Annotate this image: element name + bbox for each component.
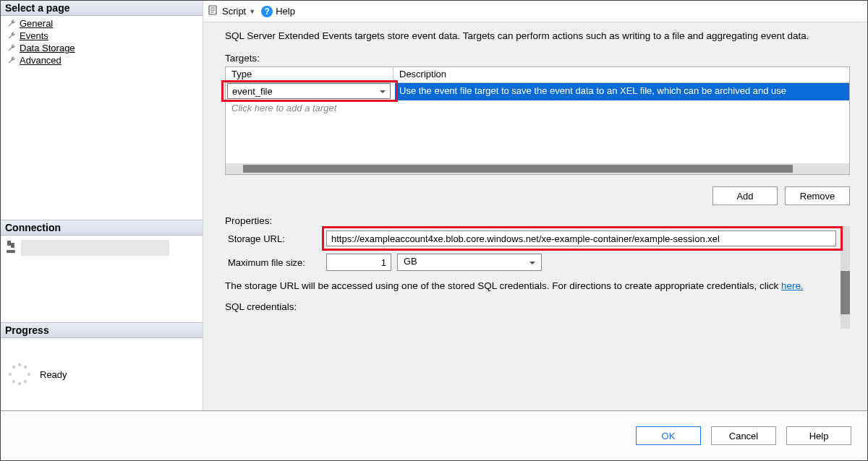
page-nav: General Events Data Storage Advanced <box>1 16 203 220</box>
storage-info-text: The storage URL will be accessed using o… <box>225 280 836 293</box>
connection-body <box>1 236 203 322</box>
remove-button[interactable]: Remove <box>785 186 850 205</box>
content-area: Script ▼ ? Help SQL Server Extended Even… <box>203 1 867 410</box>
progress-status: Ready <box>40 369 67 380</box>
add-target-hint[interactable]: Click here to add a target <box>226 100 849 116</box>
svg-rect-0 <box>7 241 11 246</box>
target-desc-cell: Use the event file target to save the ev… <box>395 83 849 100</box>
scrollbar-thumb[interactable] <box>243 165 793 173</box>
credentials-help-link[interactable]: here. <box>781 280 804 291</box>
target-type-value: event_file <box>232 86 273 97</box>
target-row[interactable]: event_file Use the event file target to … <box>226 83 849 100</box>
chevron-down-icon: ▼ <box>249 8 255 15</box>
help-label: Help <box>276 6 295 17</box>
cancel-button[interactable]: Cancel <box>711 426 776 445</box>
unit-value: GB <box>404 256 417 267</box>
target-type-cell[interactable]: event_file <box>226 83 395 100</box>
max-file-size-label: Maximum file size: <box>225 257 326 268</box>
wrench-icon <box>7 31 17 41</box>
nav-item-general[interactable]: General <box>4 17 200 30</box>
toolbar: Script ▼ ? Help <box>203 1 867 22</box>
targets-label: Targets: <box>225 53 850 64</box>
nav-item-events[interactable]: Events <box>4 30 200 42</box>
grid-horizontal-scrollbar[interactable] <box>226 163 849 174</box>
target-type-select[interactable]: event_file <box>227 83 391 99</box>
nav-label: Data Storage <box>20 43 75 53</box>
page-description: SQL Server Extended Events targets store… <box>225 30 850 43</box>
help-button[interactable]: ? Help <box>261 6 295 17</box>
svg-point-6 <box>24 380 27 383</box>
nav-item-advanced[interactable]: Advanced <box>4 54 200 66</box>
help-icon: ? <box>261 6 273 17</box>
svg-point-7 <box>18 382 21 385</box>
server-icon <box>5 240 17 254</box>
wrench-icon <box>7 43 17 53</box>
grid-header: Type Description <box>226 67 849 83</box>
script-icon <box>208 4 219 18</box>
scrollbar-thumb[interactable] <box>841 271 850 314</box>
progress-header: Progress <box>1 322 203 338</box>
svg-point-3 <box>18 363 21 366</box>
script-label: Script <box>222 6 246 17</box>
svg-point-9 <box>9 373 12 376</box>
max-file-size-unit-select[interactable]: GB <box>397 254 542 271</box>
dialog-footer: OK Cancel Help <box>1 411 867 460</box>
connection-value <box>21 240 169 256</box>
wrench-icon <box>7 56 17 66</box>
svg-point-5 <box>27 373 30 376</box>
properties-label: Properties: <box>225 215 850 226</box>
sql-credentials-label: SQL credentials: <box>225 301 836 312</box>
svg-point-10 <box>12 366 15 369</box>
sidebar: Select a page General Events Data Storag… <box>1 1 203 410</box>
add-button[interactable]: Add <box>712 186 778 205</box>
nav-label: Advanced <box>20 55 61 66</box>
spinner-icon <box>8 363 31 386</box>
wrench-icon <box>7 19 17 29</box>
nav-label: General <box>20 18 53 29</box>
storage-url-input[interactable] <box>326 231 836 246</box>
col-header-type[interactable]: Type <box>226 67 393 82</box>
svg-rect-2 <box>7 250 15 253</box>
connection-header: Connection <box>1 220 203 236</box>
help-button[interactable]: Help <box>786 426 851 445</box>
targets-grid: Type Description event_file Use the even… <box>225 66 850 175</box>
svg-point-4 <box>24 366 27 369</box>
nav-label: Events <box>20 30 48 41</box>
col-header-description[interactable]: Description <box>393 67 849 82</box>
script-button[interactable]: Script ▼ <box>208 4 255 18</box>
storage-url-label: Storage URL: <box>225 233 326 244</box>
select-page-header: Select a page <box>1 1 203 16</box>
nav-item-data-storage[interactable]: Data Storage <box>4 42 200 54</box>
ok-button[interactable]: OK <box>636 426 701 445</box>
max-file-size-input[interactable] <box>326 254 391 271</box>
svg-rect-1 <box>11 243 14 248</box>
info-text-pre: The storage URL will be accessed using o… <box>225 280 781 291</box>
progress-body: Ready <box>1 338 203 410</box>
svg-point-8 <box>12 380 15 383</box>
properties-vertical-scrollbar[interactable] <box>841 226 850 329</box>
